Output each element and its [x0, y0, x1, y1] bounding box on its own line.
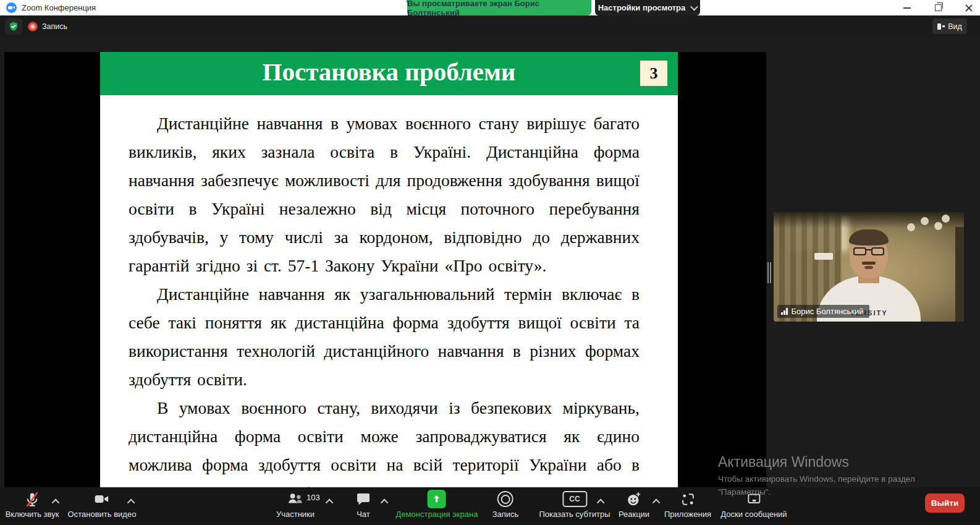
- reactions-smiley-icon: [627, 491, 641, 507]
- chevron-up-icon: [652, 498, 660, 506]
- person-hair: [849, 229, 889, 245]
- view-layout-button[interactable]: Вид: [932, 19, 967, 34]
- record-button[interactable]: Запись: [492, 490, 519, 519]
- participants-label: Участники: [276, 510, 315, 519]
- chat-label: Чат: [357, 510, 370, 519]
- share-screen-icon: [428, 490, 446, 508]
- chat-button[interactable]: Чат: [356, 490, 371, 519]
- viewing-screen-banner: Вы просматриваете экран Борис Болтянськи…: [407, 0, 591, 15]
- slide-paragraph: Дистанційне навчання в умовах воєнного с…: [129, 109, 640, 280]
- close-button[interactable]: [963, 2, 975, 14]
- chevron-up-icon: [596, 498, 604, 506]
- door-frame: [955, 227, 964, 322]
- stop-video-button[interactable]: Остановить видео: [68, 490, 137, 519]
- close-icon: [965, 4, 973, 12]
- slide-title: Постановка проблеми: [100, 57, 678, 87]
- restore-icon: [935, 4, 942, 11]
- leave-meeting-button[interactable]: Выйти: [925, 493, 965, 513]
- participants-count-badge: 103: [306, 493, 320, 502]
- layout-icon: [937, 23, 945, 30]
- app-identity: Zoom Конференция: [6, 2, 96, 13]
- apps-icon: [680, 492, 696, 507]
- microphone-muted-icon: [23, 491, 40, 508]
- window-title-bar: Zoom Конференция Вы просматриваете экран…: [0, 0, 980, 15]
- video-options-chevron[interactable]: [127, 497, 136, 506]
- captions-options-chevron[interactable]: [597, 497, 606, 506]
- slide-paragraph: Дистанційне навчання як узагальнювальний…: [129, 280, 640, 394]
- presentation-slide: Постановка проблеми 3 Дистанційне навчан…: [100, 52, 678, 487]
- window-title: Zoom Конференция: [22, 3, 96, 12]
- security-shield-button[interactable]: [5, 18, 22, 35]
- view-layout-label: Вид: [948, 22, 962, 31]
- meeting-toolbar: Включить звук Остановить видео Участники…: [0, 487, 980, 525]
- record-icon: [497, 491, 513, 507]
- person-head: [850, 231, 888, 278]
- whiteboards-button[interactable]: Доски сообщений: [720, 490, 787, 519]
- recording-indicator-icon[interactable]: [28, 22, 38, 32]
- recording-label: Запись: [42, 22, 67, 31]
- cc-icon: CC: [562, 491, 587, 507]
- share-screen-button[interactable]: Демонстрация экрана: [396, 490, 478, 519]
- chevron-up-icon: [380, 498, 388, 506]
- video-camera-icon: [93, 492, 111, 506]
- participant-name-tag: Борис Болтянський: [777, 305, 869, 318]
- slide-number-badge: 3: [640, 61, 667, 86]
- mouth: [864, 266, 873, 269]
- share-screen-label: Демонстрация экрана: [396, 510, 478, 519]
- slide-body: Дистанційне навчання в умовах воєнного с…: [100, 95, 678, 487]
- whiteboards-label: Доски сообщений: [720, 510, 787, 519]
- view-settings-label: Настройки просмотра: [598, 3, 686, 12]
- participants-icon: [287, 492, 303, 506]
- audio-options-chevron[interactable]: [52, 497, 61, 506]
- reactions-button[interactable]: Реакции: [619, 490, 649, 519]
- meeting-top-bar: Запись Вид: [0, 15, 980, 37]
- participant-name: Борис Болтянський: [792, 307, 864, 316]
- shield-check-icon: [8, 21, 19, 32]
- chat-bubble-icon: [356, 492, 371, 506]
- viewing-screen-text: Вы просматриваете экран Борис Болтянськи…: [407, 0, 591, 17]
- whiteboard-icon: [746, 492, 762, 506]
- zoom-logo-icon: [6, 2, 17, 13]
- connection-signal-icon: [781, 308, 788, 315]
- apps-label: Приложения: [664, 510, 711, 519]
- chevron-up-icon: [325, 498, 333, 506]
- unmute-button[interactable]: Включить звук: [6, 490, 59, 519]
- restore-button[interactable]: [932, 2, 944, 14]
- view-settings-dropdown[interactable]: Настройки просмотра: [595, 0, 700, 15]
- window-controls: [901, 0, 975, 15]
- chevron-up-icon: [127, 498, 135, 506]
- reactions-label: Реакции: [619, 510, 649, 519]
- minimize-icon: [903, 7, 911, 9]
- mustache: [862, 262, 876, 265]
- participant-video-tile[interactable]: VERSITY Борис Болтянський: [774, 212, 964, 322]
- slide-paragraph: В умовах воєнного стану, виходячи із без…: [129, 394, 640, 487]
- chevron-up-icon: [51, 498, 59, 506]
- captions-label: Показать субтитры: [539, 510, 610, 519]
- panel-resize-handle[interactable]: [767, 262, 772, 283]
- slide-header: Постановка проблеми 3: [100, 52, 678, 95]
- apps-button[interactable]: Приложения: [664, 490, 711, 519]
- shared-screen-area: Постановка проблеми 3 Дистанційне навчан…: [4, 52, 766, 487]
- chevron-down-icon: [690, 3, 698, 11]
- chat-options-chevron[interactable]: [381, 497, 389, 506]
- stop-video-label: Остановить видео: [68, 510, 137, 519]
- unmute-label: Включить звук: [6, 510, 59, 519]
- glasses: [852, 247, 885, 255]
- minimize-button[interactable]: [901, 2, 913, 14]
- record-label: Запись: [492, 510, 519, 519]
- reactions-options-chevron[interactable]: [653, 497, 661, 506]
- participants-options-chevron[interactable]: [326, 497, 334, 506]
